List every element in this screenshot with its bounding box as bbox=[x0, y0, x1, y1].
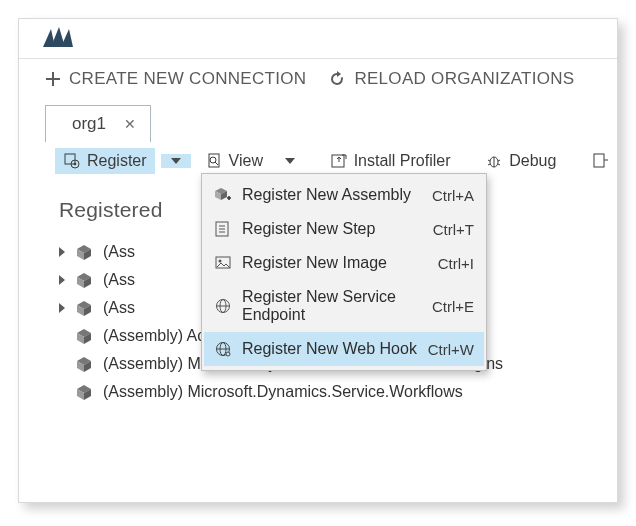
menu-item-label: Register New Assembly bbox=[242, 186, 422, 204]
svg-rect-11 bbox=[332, 155, 344, 167]
debug-button[interactable]: Debug bbox=[477, 148, 564, 174]
assembly-icon bbox=[75, 355, 93, 373]
menu-item-register-new-web-hook[interactable]: Register New Web Hook Ctrl+W bbox=[204, 332, 484, 366]
image-icon bbox=[214, 254, 232, 272]
close-icon[interactable]: ✕ bbox=[124, 116, 136, 132]
svg-line-14 bbox=[488, 160, 490, 161]
tab-org1[interactable]: org1 ✕ bbox=[45, 105, 151, 142]
expand-icon[interactable] bbox=[59, 247, 65, 257]
install-profiler-label: Install Profiler bbox=[354, 152, 451, 170]
view-button[interactable]: View bbox=[197, 148, 271, 174]
reload-organizations-label: RELOAD ORGANIZATIONS bbox=[354, 69, 574, 89]
chevron-down-icon bbox=[171, 158, 181, 164]
menu-item-shortcut: Ctrl+T bbox=[433, 221, 474, 238]
svg-line-17 bbox=[498, 164, 500, 165]
chevron-down-icon bbox=[285, 158, 295, 164]
svg-rect-18 bbox=[594, 154, 604, 167]
bug-icon bbox=[485, 152, 503, 170]
tab-strip: org1 ✕ bbox=[19, 105, 617, 142]
expand-icon[interactable] bbox=[59, 275, 65, 285]
menu-item-register-new-step[interactable]: Register New Step Ctrl+T bbox=[204, 212, 484, 246]
svg-line-10 bbox=[215, 162, 218, 165]
menu-item-shortcut: Ctrl+A bbox=[432, 187, 474, 204]
tree-item-label: (Ass bbox=[103, 271, 135, 289]
reload-icon bbox=[328, 70, 346, 88]
tree-item-label: (Ass bbox=[103, 299, 135, 317]
svg-marker-2 bbox=[61, 29, 73, 47]
menu-item-register-new-assembly[interactable]: Register New Assembly Ctrl+A bbox=[204, 178, 484, 212]
menu-item-label: Register New Service Endpoint bbox=[242, 288, 422, 324]
webhook-icon bbox=[214, 340, 232, 358]
menu-item-label: Register New Step bbox=[242, 220, 423, 238]
menu-item-label: Register New Web Hook bbox=[242, 340, 418, 358]
create-new-connection-label: CREATE NEW CONNECTION bbox=[69, 69, 306, 89]
create-new-connection-button[interactable]: CREATE NEW CONNECTION bbox=[45, 69, 306, 89]
page-arrow-icon bbox=[591, 152, 609, 170]
assembly-icon bbox=[75, 243, 93, 261]
menu-item-shortcut: Ctrl+W bbox=[428, 341, 474, 358]
register-dropdown-caret[interactable] bbox=[161, 154, 191, 168]
svg-point-7 bbox=[74, 163, 77, 166]
menu-item-label: Register New Image bbox=[242, 254, 428, 272]
assembly-icon bbox=[75, 383, 93, 401]
assembly-icon bbox=[75, 271, 93, 289]
register-label: Register bbox=[87, 152, 147, 170]
expand-icon[interactable] bbox=[59, 303, 65, 313]
overflow-button[interactable] bbox=[583, 148, 617, 174]
export-icon bbox=[330, 152, 348, 170]
menu-item-shortcut: Ctrl+E bbox=[432, 298, 474, 315]
dynamics-logo-icon bbox=[43, 25, 77, 49]
tree-item-label: (Assembly) Microsoft.Dynamics.Service.Wo… bbox=[103, 383, 463, 401]
step-icon bbox=[214, 220, 232, 238]
tab-label: org1 bbox=[72, 114, 106, 134]
tree-item-label: (Ass bbox=[103, 243, 135, 261]
window-titlebar bbox=[19, 19, 617, 59]
plus-icon bbox=[45, 71, 61, 87]
endpoint-icon bbox=[214, 297, 232, 315]
register-dropdown-menu: Register New Assembly Ctrl+A Register Ne… bbox=[201, 173, 487, 371]
command-bar: CREATE NEW CONNECTION RELOAD ORGANIZATIO… bbox=[19, 59, 617, 105]
view-dropdown-caret[interactable] bbox=[277, 154, 303, 168]
debug-label: Debug bbox=[509, 152, 556, 170]
reload-organizations-button[interactable]: RELOAD ORGANIZATIONS bbox=[328, 69, 574, 89]
menu-item-register-new-image[interactable]: Register New Image Ctrl+I bbox=[204, 246, 484, 280]
search-in-page-icon bbox=[205, 152, 223, 170]
view-label: View bbox=[229, 152, 263, 170]
svg-line-15 bbox=[488, 164, 490, 165]
table-row[interactable]: (Assembly) Microsoft.Dynamics.Service.Wo… bbox=[59, 378, 617, 406]
svg-line-16 bbox=[498, 160, 500, 161]
register-gear-icon bbox=[63, 152, 81, 170]
assembly-plus-icon bbox=[214, 186, 232, 204]
register-button[interactable]: Register bbox=[55, 148, 155, 174]
menu-item-register-new-service-endpoint[interactable]: Register New Service Endpoint Ctrl+E bbox=[204, 280, 484, 332]
install-profiler-button[interactable]: Install Profiler bbox=[322, 148, 459, 174]
assembly-icon bbox=[75, 299, 93, 317]
assembly-icon bbox=[75, 327, 93, 345]
svg-point-52 bbox=[226, 352, 230, 356]
svg-rect-5 bbox=[65, 154, 75, 164]
svg-point-45 bbox=[219, 260, 222, 263]
menu-item-shortcut: Ctrl+I bbox=[438, 255, 474, 272]
